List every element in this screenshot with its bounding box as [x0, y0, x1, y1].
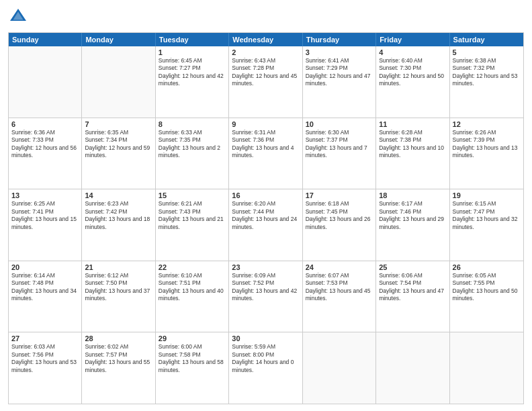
- cell-date: 30: [232, 334, 299, 342]
- calendar-cell: 14Sunrise: 6:23 AMSunset: 7:42 PMDayligh…: [82, 189, 155, 261]
- cell-info: Sunrise: 6:43 AMSunset: 7:28 PMDaylight:…: [232, 57, 299, 88]
- cell-info: Sunrise: 6:12 AMSunset: 7:50 PMDaylight:…: [85, 272, 152, 303]
- page-container: SundayMondayTuesdayWednesdayThursdayFrid…: [0, 0, 532, 411]
- cell-info: Sunrise: 6:07 AMSunset: 7:53 PMDaylight:…: [306, 272, 373, 303]
- cell-info: Sunrise: 6:17 AMSunset: 7:46 PMDaylight:…: [379, 200, 446, 231]
- cell-date: 21: [85, 263, 152, 271]
- cell-date: 22: [159, 263, 226, 271]
- cell-date: 28: [85, 334, 152, 342]
- calendar-cell: 9Sunrise: 6:31 AMSunset: 7:36 PMDaylight…: [229, 118, 302, 189]
- cell-date: 27: [11, 334, 79, 342]
- calendar: SundayMondayTuesdayWednesdayThursdayFrid…: [8, 32, 524, 404]
- cell-date: 5: [453, 48, 521, 56]
- calendar-cell: 17Sunrise: 6:18 AMSunset: 7:45 PMDayligh…: [303, 189, 376, 261]
- calendar-cell: 7Sunrise: 6:35 AMSunset: 7:34 PMDaylight…: [82, 118, 155, 189]
- header-day-monday: Monday: [82, 33, 155, 46]
- cell-date: 24: [306, 263, 373, 271]
- cell-info: Sunrise: 6:05 AMSunset: 7:55 PMDaylight:…: [453, 272, 521, 303]
- cell-date: 8: [159, 120, 226, 128]
- cell-info: Sunrise: 6:38 AMSunset: 7:32 PMDaylight:…: [453, 57, 521, 88]
- header-day-friday: Friday: [376, 33, 449, 46]
- cell-info: Sunrise: 6:28 AMSunset: 7:38 PMDaylight:…: [379, 129, 446, 160]
- calendar-cell: 30Sunrise: 5:59 AMSunset: 8:00 PMDayligh…: [229, 332, 302, 404]
- cell-info: Sunrise: 6:26 AMSunset: 7:39 PMDaylight:…: [453, 129, 521, 160]
- cell-info: Sunrise: 6:36 AMSunset: 7:33 PMDaylight:…: [11, 129, 79, 160]
- calendar-cell: [303, 332, 376, 404]
- cell-date: 19: [453, 191, 521, 199]
- calendar-cell: 29Sunrise: 6:00 AMSunset: 7:58 PMDayligh…: [156, 332, 229, 404]
- calendar-cell: 1Sunrise: 6:45 AMSunset: 7:27 PMDaylight…: [156, 46, 229, 118]
- calendar-cell: 11Sunrise: 6:28 AMSunset: 7:38 PMDayligh…: [376, 118, 449, 189]
- cell-info: Sunrise: 6:02 AMSunset: 7:57 PMDaylight:…: [85, 343, 152, 374]
- cell-date: 23: [232, 263, 299, 271]
- calendar-cell: 25Sunrise: 6:06 AMSunset: 7:54 PMDayligh…: [376, 261, 449, 332]
- calendar-cell: 4Sunrise: 6:40 AMSunset: 7:30 PMDaylight…: [376, 46, 449, 118]
- calendar-body: 1Sunrise: 6:45 AMSunset: 7:27 PMDaylight…: [9, 46, 523, 404]
- cell-date: 17: [306, 191, 373, 199]
- calendar-cell: [82, 46, 155, 118]
- cell-info: Sunrise: 6:15 AMSunset: 7:47 PMDaylight:…: [453, 200, 521, 231]
- calendar-cell: 16Sunrise: 6:20 AMSunset: 7:44 PMDayligh…: [229, 189, 302, 261]
- calendar-cell: 28Sunrise: 6:02 AMSunset: 7:57 PMDayligh…: [82, 332, 155, 404]
- cell-date: 18: [379, 191, 446, 199]
- calendar-cell: [450, 332, 523, 404]
- cell-info: Sunrise: 6:40 AMSunset: 7:30 PMDaylight:…: [379, 57, 446, 88]
- cell-date: 4: [379, 48, 446, 56]
- cell-info: Sunrise: 6:14 AMSunset: 7:48 PMDaylight:…: [11, 272, 79, 303]
- cell-date: 1: [159, 48, 226, 56]
- cell-date: 6: [11, 120, 79, 128]
- calendar-cell: 2Sunrise: 6:43 AMSunset: 7:28 PMDaylight…: [229, 46, 302, 118]
- cell-date: 15: [159, 191, 226, 199]
- calendar-cell: 20Sunrise: 6:14 AMSunset: 7:48 PMDayligh…: [9, 261, 82, 332]
- cell-date: 25: [379, 263, 446, 271]
- calendar-row-4: 27Sunrise: 6:03 AMSunset: 7:56 PMDayligh…: [9, 332, 523, 404]
- cell-date: 16: [232, 191, 299, 199]
- calendar-row-3: 20Sunrise: 6:14 AMSunset: 7:48 PMDayligh…: [9, 261, 523, 332]
- cell-date: 14: [85, 191, 152, 199]
- cell-info: Sunrise: 6:25 AMSunset: 7:41 PMDaylight:…: [11, 200, 79, 231]
- logo: [8, 7, 31, 27]
- calendar-cell: 3Sunrise: 6:41 AMSunset: 7:29 PMDaylight…: [303, 46, 376, 118]
- calendar-cell: 24Sunrise: 6:07 AMSunset: 7:53 PMDayligh…: [303, 261, 376, 332]
- calendar-cell: 26Sunrise: 6:05 AMSunset: 7:55 PMDayligh…: [450, 261, 523, 332]
- calendar-cell: 27Sunrise: 6:03 AMSunset: 7:56 PMDayligh…: [9, 332, 82, 404]
- cell-info: Sunrise: 6:21 AMSunset: 7:43 PMDaylight:…: [159, 200, 226, 231]
- calendar-cell: [376, 332, 449, 404]
- header-day-wednesday: Wednesday: [229, 33, 302, 46]
- cell-info: Sunrise: 6:09 AMSunset: 7:52 PMDaylight:…: [232, 272, 299, 303]
- calendar-row-2: 13Sunrise: 6:25 AMSunset: 7:41 PMDayligh…: [9, 189, 523, 261]
- cell-date: 20: [11, 263, 79, 271]
- cell-info: Sunrise: 6:06 AMSunset: 7:54 PMDaylight:…: [379, 272, 446, 303]
- calendar-cell: 15Sunrise: 6:21 AMSunset: 7:43 PMDayligh…: [156, 189, 229, 261]
- calendar-cell: [9, 46, 82, 118]
- cell-info: Sunrise: 6:20 AMSunset: 7:44 PMDaylight:…: [232, 200, 299, 231]
- cell-info: Sunrise: 6:30 AMSunset: 7:37 PMDaylight:…: [306, 129, 373, 160]
- calendar-cell: 5Sunrise: 6:38 AMSunset: 7:32 PMDaylight…: [450, 46, 523, 118]
- cell-info: Sunrise: 5:59 AMSunset: 8:00 PMDaylight:…: [232, 343, 299, 374]
- calendar-cell: 22Sunrise: 6:10 AMSunset: 7:51 PMDayligh…: [156, 261, 229, 332]
- calendar-cell: 23Sunrise: 6:09 AMSunset: 7:52 PMDayligh…: [229, 261, 302, 332]
- cell-info: Sunrise: 6:41 AMSunset: 7:29 PMDaylight:…: [306, 57, 373, 88]
- cell-date: 2: [232, 48, 299, 56]
- calendar-cell: 19Sunrise: 6:15 AMSunset: 7:47 PMDayligh…: [450, 189, 523, 261]
- cell-info: Sunrise: 6:23 AMSunset: 7:42 PMDaylight:…: [85, 200, 152, 231]
- cell-date: 3: [306, 48, 373, 56]
- logo-icon: [8, 7, 28, 27]
- cell-info: Sunrise: 6:33 AMSunset: 7:35 PMDaylight:…: [159, 129, 226, 160]
- calendar-cell: 18Sunrise: 6:17 AMSunset: 7:46 PMDayligh…: [376, 189, 449, 261]
- calendar-row-1: 6Sunrise: 6:36 AMSunset: 7:33 PMDaylight…: [9, 118, 523, 189]
- header-day-thursday: Thursday: [303, 33, 376, 46]
- calendar-cell: 21Sunrise: 6:12 AMSunset: 7:50 PMDayligh…: [82, 261, 155, 332]
- cell-date: 11: [379, 120, 446, 128]
- header-day-tuesday: Tuesday: [156, 33, 229, 46]
- calendar-cell: 12Sunrise: 6:26 AMSunset: 7:39 PMDayligh…: [450, 118, 523, 189]
- calendar-cell: 13Sunrise: 6:25 AMSunset: 7:41 PMDayligh…: [9, 189, 82, 261]
- page-header: [8, 7, 524, 27]
- cell-date: 9: [232, 120, 299, 128]
- cell-info: Sunrise: 6:00 AMSunset: 7:58 PMDaylight:…: [159, 343, 226, 374]
- calendar-row-0: 1Sunrise: 6:45 AMSunset: 7:27 PMDaylight…: [9, 46, 523, 118]
- cell-date: 12: [453, 120, 521, 128]
- cell-info: Sunrise: 6:31 AMSunset: 7:36 PMDaylight:…: [232, 129, 299, 160]
- calendar-header: SundayMondayTuesdayWednesdayThursdayFrid…: [9, 33, 523, 46]
- header-day-saturday: Saturday: [450, 33, 523, 46]
